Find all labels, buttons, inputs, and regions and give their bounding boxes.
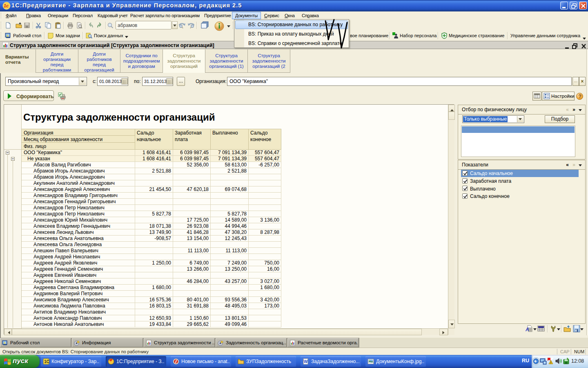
svg-text:A: A xyxy=(7,34,9,38)
svg-text:W: W xyxy=(304,359,308,364)
svg-text:1с: 1с xyxy=(4,3,9,8)
svg-text:1C: 1C xyxy=(44,359,49,364)
svg-text:A: A xyxy=(526,327,529,332)
svg-text:A: A xyxy=(4,341,6,345)
